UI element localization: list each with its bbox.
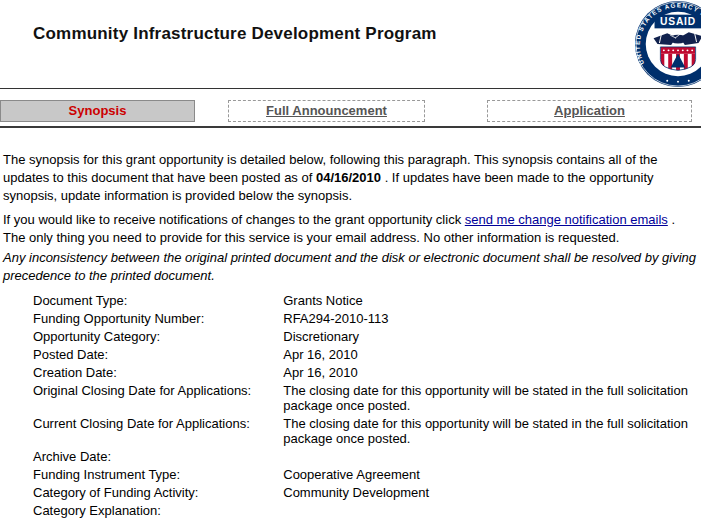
table-row: Archive Date:: [33, 449, 698, 467]
detail-label: Document Type:: [33, 293, 283, 311]
detail-label: Original Closing Date for Applications:: [33, 383, 283, 416]
detail-label: Funding Opportunity Number:: [33, 311, 283, 329]
detail-value: Cooperative Agreement: [283, 467, 698, 485]
notification-paragraph: If you would like to receive notificatio…: [3, 211, 698, 247]
detail-label: Current Closing Date for Applications:: [33, 416, 283, 449]
detail-label: Category Explanation:: [33, 503, 283, 521]
detail-value: Discretionary: [283, 329, 698, 347]
seal-acronym: USAID: [660, 16, 696, 27]
detail-label: Opportunity Category:: [33, 329, 283, 347]
change-notification-link[interactable]: send me change notification emails: [465, 212, 668, 227]
table-row: Original Closing Date for Applications: …: [33, 383, 698, 416]
detail-value: Grants Notice: [283, 293, 698, 311]
detail-label: Category of Funding Activity:: [33, 485, 283, 503]
detail-label: Posted Date:: [33, 347, 283, 365]
detail-value: [283, 503, 698, 521]
detail-value: Apr 16, 2010: [283, 365, 698, 383]
tab-synopsis[interactable]: Synopsis: [0, 100, 195, 122]
tab-full-announcement-label: Full Announcement: [266, 103, 387, 118]
page-title: Community Infrastructure Development Pro…: [33, 24, 437, 44]
table-row: Funding Opportunity Number: RFA294-2010-…: [33, 311, 698, 329]
notify-text-before: If you would like to receive notificatio…: [3, 212, 465, 227]
detail-value: [283, 449, 698, 467]
tab-full-announcement[interactable]: Full Announcement: [228, 100, 425, 122]
detail-value: RFA294-2010-113: [283, 311, 698, 329]
tabbar-divider: [0, 126, 701, 128]
table-row: Current Closing Date for Applications: T…: [33, 416, 698, 449]
table-row: Category of Funding Activity: Community …: [33, 485, 698, 503]
posted-as-of-date: 04/16/2010: [316, 170, 381, 185]
detail-label: Funding Instrument Type:: [33, 467, 283, 485]
tab-synopsis-label: Synopsis: [69, 103, 127, 118]
table-row: Opportunity Category: Discretionary: [33, 329, 698, 347]
page-header: Community Infrastructure Development Pro…: [0, 0, 701, 89]
detail-value: Apr 16, 2010: [283, 347, 698, 365]
tab-application[interactable]: Application: [487, 100, 692, 122]
detail-value: Community Development: [283, 485, 698, 503]
disclaimer-paragraph: Any inconsistency between the original p…: [3, 249, 698, 285]
tab-bar: Synopsis Full Announcement Application: [0, 89, 701, 128]
table-row: Document Type: Grants Notice: [33, 293, 698, 311]
table-row: Funding Instrument Type: Cooperative Agr…: [33, 467, 698, 485]
detail-value: The closing date for this opportunity wi…: [283, 416, 698, 449]
detail-value: The closing date for this opportunity wi…: [283, 383, 698, 416]
table-row: Category Explanation:: [33, 503, 698, 521]
synopsis-content: The synopsis for this grant opportunity …: [0, 151, 701, 521]
detail-label: Archive Date:: [33, 449, 283, 467]
synopsis-intro-paragraph: The synopsis for this grant opportunity …: [3, 151, 698, 205]
usaid-seal-icon: UNITED STATES AGENCY FOR INTERNATIONAL D…: [634, 0, 701, 88]
tab-application-label: Application: [554, 103, 625, 118]
usaid-logo: UNITED STATES AGENCY FOR INTERNATIONAL D…: [634, 0, 701, 88]
detail-label: Creation Date:: [33, 365, 283, 383]
opportunity-details-table: Document Type: Grants Notice Funding Opp…: [33, 293, 698, 521]
table-row: Posted Date: Apr 16, 2010: [33, 347, 698, 365]
table-row: Creation Date: Apr 16, 2010: [33, 365, 698, 383]
